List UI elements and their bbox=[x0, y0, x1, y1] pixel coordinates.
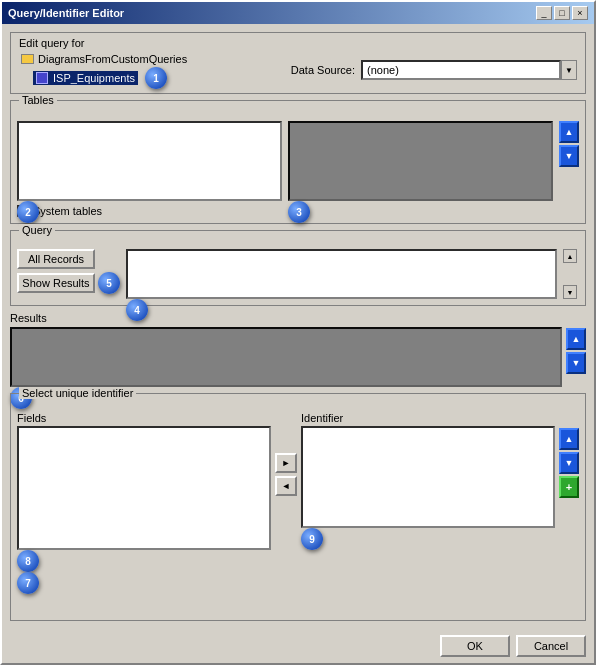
data-source-value: (none) bbox=[361, 60, 561, 80]
arrow-left-icon: ◄ bbox=[282, 481, 291, 491]
badge-1: 1 bbox=[145, 67, 167, 89]
identifier-list-wrapper: 9 bbox=[301, 426, 555, 528]
unique-section: Select unique identifier Fields 8 7 ► bbox=[10, 393, 586, 621]
identifier-up-icon: ▲ bbox=[565, 434, 574, 444]
identifier-add-button[interactable]: + bbox=[559, 476, 579, 498]
query-scroll-up[interactable]: ▲ bbox=[563, 249, 577, 263]
maximize-button[interactable]: □ bbox=[554, 6, 570, 20]
tables-down-icon: ▼ bbox=[565, 151, 574, 161]
tables-left-list[interactable] bbox=[17, 121, 282, 201]
tables-section: Tables 2 3 ▲ ▼ bbox=[10, 100, 586, 224]
results-down-icon: ▼ bbox=[572, 358, 581, 368]
folder-icon bbox=[19, 51, 35, 67]
tables-inner: 2 3 ▲ ▼ bbox=[17, 121, 579, 201]
identifier-down-icon: ▼ bbox=[565, 458, 574, 468]
fields-label: Fields bbox=[17, 412, 271, 424]
query-buttons: All Records Show Results 5 bbox=[17, 249, 120, 299]
selected-item[interactable]: ISP_Equipments bbox=[33, 71, 138, 85]
middle-arrows: ► ◄ bbox=[275, 412, 297, 522]
results-up-icon: ▲ bbox=[572, 334, 581, 344]
identifier-up-button[interactable]: ▲ bbox=[559, 428, 579, 450]
badge-4: 4 bbox=[126, 299, 148, 321]
bottom-bar: OK Cancel bbox=[2, 629, 594, 663]
identifier-list[interactable] bbox=[301, 426, 555, 528]
results-down-button[interactable]: ▼ bbox=[566, 352, 586, 374]
query-scroll-track bbox=[563, 263, 579, 285]
query-section: Query All Records Show Results 5 4 ▲ ▼ bbox=[10, 230, 586, 306]
badge-2: 2 bbox=[17, 201, 39, 223]
minimize-button[interactable]: _ bbox=[536, 6, 552, 20]
identifier-down-button[interactable]: ▼ bbox=[559, 452, 579, 474]
results-section: Results 6 ▲ ▼ bbox=[10, 312, 586, 387]
move-right-button[interactable]: ► bbox=[275, 453, 297, 473]
tables-up-icon: ▲ bbox=[565, 127, 574, 137]
show-results-button[interactable]: Show Results bbox=[17, 273, 95, 293]
results-list[interactable] bbox=[10, 327, 562, 387]
tables-up-button[interactable]: ▲ bbox=[559, 121, 579, 143]
query-textarea[interactable] bbox=[126, 249, 557, 299]
results-label: Results bbox=[10, 312, 562, 324]
tree-parent: DiagramsFromCustomQueries bbox=[19, 51, 187, 67]
badge-8: 8 bbox=[17, 550, 39, 572]
identifier-arrows: ▲ ▼ + bbox=[559, 412, 579, 522]
identifier-add-icon: + bbox=[566, 481, 572, 493]
query-text-wrapper: 4 bbox=[126, 249, 557, 299]
identifier-column: Identifier 9 bbox=[301, 412, 555, 522]
badge-9: 9 bbox=[301, 528, 323, 550]
cancel-button[interactable]: Cancel bbox=[516, 635, 586, 657]
badge-7: 7 bbox=[17, 572, 39, 594]
badge-3: 3 bbox=[288, 201, 310, 223]
data-source-row: Data Source: (none) ▼ bbox=[291, 60, 577, 80]
tables-label: Tables bbox=[19, 94, 57, 106]
results-content: Results 6 bbox=[10, 312, 562, 387]
title-bar: Query/Identifier Editor _ □ × bbox=[2, 2, 594, 24]
tables-right-list[interactable] bbox=[288, 121, 553, 201]
tree-selected[interactable]: ISP_Equipments 1 bbox=[33, 67, 187, 89]
data-source-label: Data Source: bbox=[291, 64, 355, 76]
window-title: Query/Identifier Editor bbox=[8, 7, 124, 19]
title-bar-buttons: _ □ × bbox=[536, 6, 588, 20]
tables-arrows: ▲ ▼ bbox=[559, 121, 579, 201]
query-scrollbar: ▲ ▼ bbox=[563, 249, 579, 299]
query-label: Query bbox=[19, 224, 55, 236]
badge-5: 5 bbox=[98, 272, 120, 294]
query-scroll-down[interactable]: ▼ bbox=[563, 285, 577, 299]
identifier-label: Identifier bbox=[301, 412, 555, 424]
results-list-wrapper: 6 bbox=[10, 327, 562, 387]
data-source-dropdown-wrapper[interactable]: (none) ▼ bbox=[361, 60, 577, 80]
query-inner: All Records Show Results 5 4 ▲ ▼ bbox=[17, 249, 579, 299]
results-arrows: ▲ ▼ bbox=[566, 312, 586, 374]
unique-label: Select unique identifier bbox=[19, 387, 136, 399]
tables-right-wrapper: 3 bbox=[288, 121, 553, 201]
data-source-arrow[interactable]: ▼ bbox=[561, 60, 577, 80]
results-up-button[interactable]: ▲ bbox=[566, 328, 586, 350]
ok-button[interactable]: OK bbox=[440, 635, 510, 657]
tree-area: DiagramsFromCustomQueries ISP_Equipments… bbox=[19, 51, 187, 89]
main-window: Query/Identifier Editor _ □ × Edit query… bbox=[0, 0, 596, 665]
tree-selected-label: ISP_Equipments bbox=[53, 72, 135, 84]
tree-parent-label: DiagramsFromCustomQueries bbox=[38, 53, 187, 65]
tables-left-wrapper: 2 bbox=[17, 121, 282, 201]
close-button[interactable]: × bbox=[572, 6, 588, 20]
fields-list[interactable] bbox=[17, 426, 271, 550]
edit-query-label: Edit query for bbox=[19, 37, 577, 49]
fields-column: Fields 8 7 bbox=[17, 412, 271, 522]
unique-inner: Fields 8 7 ► ◄ bbox=[17, 412, 579, 522]
fields-list-wrapper: 8 7 bbox=[17, 426, 271, 550]
all-records-button[interactable]: All Records bbox=[17, 249, 95, 269]
arrow-right-icon: ► bbox=[282, 458, 291, 468]
edit-query-section: Edit query for DiagramsFromCustomQueries… bbox=[10, 32, 586, 94]
tables-down-button[interactable]: ▼ bbox=[559, 145, 579, 167]
system-tables-label: System tables bbox=[33, 205, 102, 217]
move-left-button[interactable]: ◄ bbox=[275, 476, 297, 496]
window-body: Edit query for DiagramsFromCustomQueries… bbox=[2, 24, 594, 629]
